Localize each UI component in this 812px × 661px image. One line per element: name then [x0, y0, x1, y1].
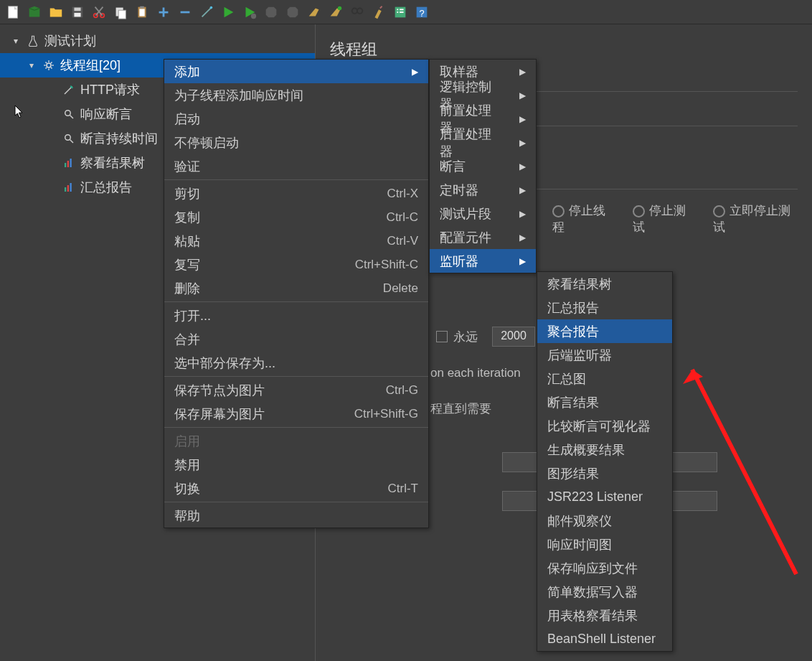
add-submenu[interactable]: 取样器▶逻辑控制器▶前置处理器▶后置处理器▶断言▶定时器▶测试片段▶配置元件▶监…	[429, 59, 537, 273]
help-icon[interactable]: ?	[412, 2, 432, 22]
svg-rect-0	[9, 6, 18, 18]
menu-item[interactable]: 合并	[164, 327, 428, 351]
menu-item[interactable]: 切换Ctrl-T	[164, 477, 428, 500]
svg-rect-22	[397, 9, 398, 10]
flask-icon	[26, 34, 40, 48]
radio-stop-now[interactable]: 立即停止测试	[713, 202, 798, 235]
until-needed-label: 程直到需要	[430, 400, 491, 417]
forever-checkbox[interactable]	[436, 331, 448, 342]
menu-item[interactable]: 帮助	[164, 504, 428, 528]
svg-point-30	[65, 135, 71, 141]
copy-icon[interactable]	[110, 2, 131, 22]
menu-item[interactable]: 配置元件▶	[430, 225, 536, 249]
expand-icon[interactable]: ▾	[10, 36, 22, 46]
shortcut-label: Ctrl-V	[387, 234, 418, 248]
menu-item[interactable]: 禁用	[164, 453, 428, 477]
radio-stop-thread[interactable]: 停止线程	[552, 202, 614, 235]
menu-item[interactable]: 保存响应到文件	[537, 556, 672, 580]
menu-item[interactable]: 粘贴Ctrl-V	[164, 229, 428, 253]
clear-icon[interactable]	[304, 2, 324, 22]
menu-item[interactable]: 响应时间图	[537, 533, 672, 556]
menu-item-label: 保存屏幕为图片	[174, 405, 265, 423]
shutdown-icon[interactable]	[283, 2, 303, 22]
menu-item[interactable]: 生成概要结果	[537, 438, 672, 461]
menu-item[interactable]: 比较断言可视化器	[537, 414, 672, 438]
menu-item-label: 邮件观察仪	[547, 512, 612, 530]
menu-item-label: 不停顿启动	[174, 134, 239, 151]
menu-item[interactable]: 选中部分保存为...	[164, 351, 428, 375]
menu-item-label: 剪切	[174, 185, 200, 202]
stop-icon[interactable]	[261, 2, 281, 22]
menu-item[interactable]: 验证	[164, 154, 428, 178]
tree-item-label: 断言持续时间	[80, 130, 158, 147]
menu-item[interactable]: 打开...	[164, 304, 428, 327]
menu-item[interactable]: JSR223 Listener	[537, 485, 672, 509]
menu-item[interactable]: 测试片段▶	[430, 202, 536, 225]
template-icon[interactable]	[24, 2, 44, 22]
svg-point-20	[357, 8, 362, 13]
tree-item-label: 响应断言	[80, 106, 132, 123]
each-iteration-label: on each iteration	[430, 366, 521, 380]
menu-item-label: 比较断言可视化器	[547, 418, 651, 435]
paste-icon[interactable]	[132, 2, 152, 22]
menu-item-label: 复写	[174, 256, 200, 273]
menu-item-label: 后置处理器	[440, 126, 498, 160]
menu-item[interactable]: 为子线程添加响应时间	[164, 83, 428, 107]
svg-point-18	[338, 6, 342, 10]
run-noramp-icon[interactable]	[240, 2, 260, 22]
menu-item[interactable]: 启动	[164, 107, 428, 131]
menu-item-label: 用表格察看结果	[547, 607, 638, 624]
shortcut-label: Ctrl-T	[388, 482, 418, 496]
menu-item[interactable]: 邮件观察仪	[537, 509, 672, 533]
menu-item[interactable]: 复写Ctrl+Shift-C	[164, 253, 428, 276]
wand-icon[interactable]	[197, 2, 217, 22]
menu-item[interactable]: 断言结果	[537, 390, 672, 414]
cut-icon[interactable]	[89, 2, 109, 22]
menu-item[interactable]: 监听器▶	[430, 249, 536, 273]
menu-item[interactable]: 定时器▶	[430, 178, 536, 202]
menu-item[interactable]: 保存屏幕为图片Ctrl+Shift-G	[164, 402, 428, 426]
menu-item[interactable]: 删除Delete	[164, 276, 428, 300]
new-file-icon[interactable]	[3, 2, 23, 22]
radio-stop-test[interactable]: 停止测试	[633, 202, 694, 235]
plus-icon[interactable]	[154, 2, 174, 22]
save-icon[interactable]	[67, 2, 88, 22]
loop-count-input[interactable]: 2000	[492, 327, 535, 347]
menu-item[interactable]: 汇总图	[537, 367, 672, 390]
menu-item-label: 复制	[174, 209, 200, 226]
shortcut-label: Delete	[383, 281, 418, 296]
svg-rect-36	[70, 183, 72, 192]
menu-item[interactable]: 用表格察看结果	[537, 604, 672, 627]
menu-item[interactable]: 添加▶	[164, 60, 428, 83]
svg-marker-13	[225, 6, 234, 17]
minus-icon[interactable]	[175, 2, 195, 22]
menu-item[interactable]: 汇总报告	[537, 296, 672, 319]
menu-item[interactable]: 简单数据写入器	[537, 580, 672, 604]
menu-item[interactable]: 保存节点为图片Ctrl-G	[164, 378, 428, 402]
menu-item[interactable]: 复制Ctrl-C	[164, 205, 428, 229]
mouse-cursor-icon	[14, 105, 24, 119]
svg-text:?: ?	[419, 7, 424, 18]
sweep-icon[interactable]	[369, 2, 389, 22]
menu-item[interactable]: 后端监听器	[537, 343, 672, 367]
listener-submenu[interactable]: 察看结果树汇总报告聚合报告后端监听器汇总图断言结果比较断言可视化器生成概要结果图…	[537, 271, 673, 652]
function-helper-icon[interactable]	[390, 2, 410, 22]
submenu-arrow-icon: ▶	[519, 185, 526, 195]
menu-item[interactable]: BeanShell Listener	[537, 627, 672, 651]
menu-item[interactable]: 不停顿启动	[164, 131, 428, 154]
open-folder-icon[interactable]	[46, 2, 66, 22]
menu-item[interactable]: 图形结果	[537, 461, 672, 485]
menu-item-label: 启动	[174, 111, 200, 128]
run-icon[interactable]	[218, 2, 238, 22]
menu-item[interactable]: 聚合报告	[537, 319, 672, 343]
svg-rect-31	[65, 163, 66, 167]
menu-item[interactable]: 剪切Ctrl-X	[164, 182, 428, 205]
menu-item[interactable]: 察看结果树	[537, 272, 672, 296]
menu-item-label: 汇总图	[547, 370, 586, 388]
menu-item[interactable]: 后置处理器▶	[430, 131, 536, 154]
tree-root[interactable]: ▾ 测试计划	[0, 29, 315, 53]
expand-icon[interactable]: ▾	[26, 60, 37, 70]
search-icon[interactable]	[347, 2, 367, 22]
context-menu[interactable]: 添加▶为子线程添加响应时间启动不停顿启动验证剪切Ctrl-X复制Ctrl-C粘贴…	[164, 59, 429, 528]
clear-all-icon[interactable]	[326, 2, 346, 22]
